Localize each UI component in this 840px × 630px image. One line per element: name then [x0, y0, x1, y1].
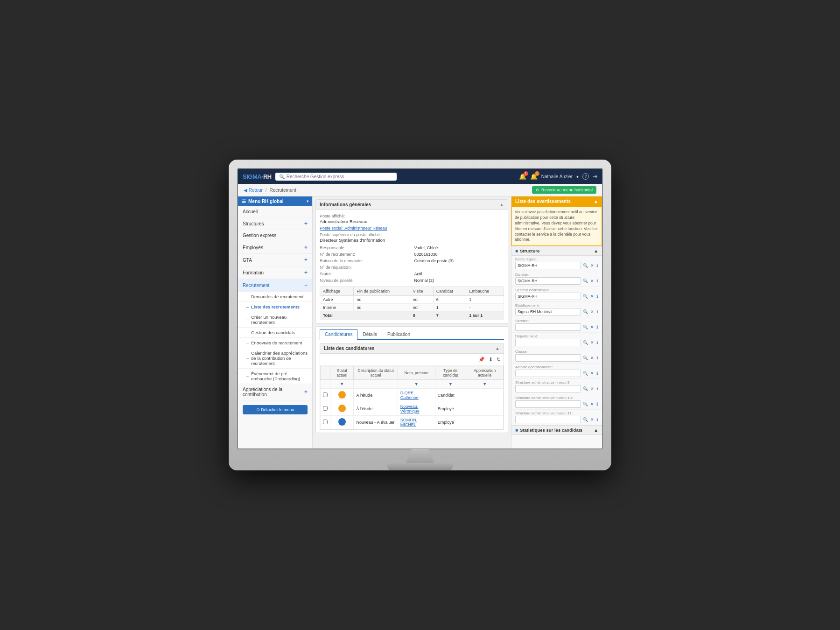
rp-clear-btn[interactable]: ✕ [590, 401, 595, 407]
sidebar-item-recrutement[interactable]: Recrutement − [238, 279, 312, 292]
sidebar-submenu-creer[interactable]: Créer un nouveau recrutement [238, 312, 312, 328]
user-name[interactable]: Nathalie Auzier [541, 174, 573, 179]
cand-name-link[interactable]: DIQRE, Catherine [400, 391, 419, 400]
rp-input-departement[interactable] [515, 339, 581, 346]
rp-info-btn[interactable]: ℹ [596, 324, 598, 330]
rp-info-btn[interactable]: ℹ [596, 401, 598, 407]
sidebar-item-appreciations[interactable]: Appréciations de la contribution + [238, 384, 312, 400]
tab-publication[interactable]: Publication [382, 329, 415, 339]
hamburger-icon: ☰ [242, 199, 246, 204]
rp-field-etablissement: Établissement: 🔍 ✕ ℹ [511, 302, 602, 317]
sidebar-item-structures[interactable]: Structures + [238, 217, 312, 230]
sidebar-submenu-liste[interactable]: Liste des recrutements [238, 302, 312, 312]
cand-checkbox[interactable] [323, 392, 328, 397]
btn-menu-horizontal[interactable]: ⊙ Revenir au menu horizontal [532, 186, 596, 194]
sidebar-item-formation[interactable]: Formation + [238, 266, 312, 279]
sidebar-menu-header[interactable]: ☰ Menu RH global ▾ [238, 196, 312, 206]
rp-clear-btn[interactable]: ✕ [590, 324, 595, 330]
rp-search-btn[interactable]: 🔍 [582, 417, 588, 422]
rp-input-struct11[interactable] [515, 416, 581, 423]
rp-input-secteur[interactable] [515, 293, 581, 300]
download-icon[interactable]: ⬇ [488, 356, 494, 364]
rp-clear-btn[interactable]: ✕ [590, 278, 595, 284]
rp-search-btn[interactable]: 🔍 [582, 355, 588, 361]
rp-search-btn[interactable]: 🔍 [582, 294, 588, 299]
rp-structure-collapse-icon[interactable]: ▲ [594, 248, 598, 253]
rp-field-label: Entité légale: [515, 257, 598, 261]
sidebar-submenu-gestion[interactable]: Gestion des candidats [238, 328, 312, 338]
rp-search-btn[interactable]: 🔍 [582, 324, 588, 330]
rp-input-service[interactable] [515, 323, 581, 331]
rp-clear-btn[interactable]: ✕ [590, 340, 595, 345]
filter-icon-type[interactable]: ▼ [438, 382, 464, 386]
sidebar-submenu-preboarding[interactable]: Évènement de pré-embauche (Preboarding) [238, 369, 312, 384]
rp-collapse-icon[interactable]: ▲ [594, 199, 598, 204]
rp-info-btn[interactable]: ℹ [596, 309, 598, 315]
notif-bell-2[interactable]: 🔔 1 [530, 173, 538, 180]
rp-input-entite[interactable] [515, 262, 581, 269]
sidebar-submenu-demandes[interactable]: Demandes de recrutement [238, 292, 312, 302]
cand-name-link[interactable]: Nouveau, Véronique [400, 404, 420, 413]
sidebar-submenu-calendrier[interactable]: Calendrier des appréciations de la contr… [238, 348, 312, 369]
rp-info-btn[interactable]: ℹ [596, 294, 598, 299]
rp-info-btn[interactable]: ℹ [596, 340, 598, 345]
detach-menu-button[interactable]: ⊙ Détacher le menu [243, 405, 308, 414]
rp-search-btn[interactable]: 🔍 [582, 278, 588, 284]
rp-input-activite[interactable] [515, 370, 581, 377]
tab-details[interactable]: Détails [357, 329, 382, 339]
sidebar-item-employes[interactable]: Employés + [238, 241, 312, 254]
rp-search-btn[interactable]: 🔍 [582, 340, 588, 345]
rp-info-btn[interactable]: ℹ [596, 371, 598, 376]
notification-bell[interactable]: 🔔 1 [519, 173, 526, 180]
sidebar-item-gta[interactable]: GTA + [238, 254, 312, 266]
rp-search-btn[interactable]: 🔍 [582, 401, 588, 407]
rp-stats-collapse-icon[interactable]: ▲ [594, 427, 598, 433]
rp-clear-btn[interactable]: ✕ [590, 309, 595, 315]
rp-info-btn[interactable]: ℹ [596, 278, 598, 284]
filter-icon-statut[interactable]: ▼ [333, 382, 351, 386]
rp-clear-btn[interactable]: ✕ [590, 294, 595, 299]
search-box[interactable]: 🔍 [275, 173, 397, 181]
poste-social-link[interactable]: Poste social: Administrateur Réseau [320, 226, 504, 231]
rp-clear-btn[interactable]: ✕ [590, 371, 595, 376]
rp-info-btn[interactable]: ℹ [596, 417, 598, 422]
rp-clear-btn[interactable]: ✕ [590, 355, 595, 361]
collapse-icon[interactable]: ▲ [499, 202, 504, 207]
sidebar-item-gestion-express[interactable]: Gestion express [238, 230, 312, 241]
table-row: Autre nd nd 6 1 [320, 296, 504, 304]
search-input[interactable] [287, 174, 393, 179]
pin-icon[interactable]: 📌 [477, 356, 486, 364]
rp-search-btn[interactable]: 🔍 [582, 386, 588, 392]
logout-icon[interactable]: ⇥ [593, 173, 597, 180]
rp-clear-btn[interactable]: ✕ [590, 386, 595, 392]
rp-clear-btn[interactable]: ✕ [590, 263, 595, 268]
back-button[interactable]: ◀ Retour [244, 188, 263, 193]
collapse-icon[interactable]: ▲ [495, 346, 500, 351]
filter-icon-appr[interactable]: ▼ [469, 382, 501, 386]
cand-name-link[interactable]: SOMON, MICHEL [400, 418, 418, 427]
help-icon[interactable]: ? [582, 173, 589, 180]
rp-search-btn[interactable]: 🔍 [582, 263, 588, 268]
rp-search-btn[interactable]: 🔍 [582, 309, 588, 315]
tab-candidatures[interactable]: Candidatures [320, 329, 357, 340]
rp-input-struct10[interactable] [515, 400, 581, 408]
rp-info-btn[interactable]: ℹ [596, 386, 598, 392]
refresh-icon[interactable]: ↻ [496, 356, 502, 364]
user-chevron[interactable]: ▾ [576, 174, 579, 179]
rp-clear-btn[interactable]: ✕ [590, 417, 595, 422]
cand-checkbox[interactable] [323, 406, 328, 411]
sidebar-submenu-entrevues[interactable]: Entrevues de recrutement [238, 338, 312, 348]
rp-input-classe[interactable] [515, 354, 581, 362]
sidebar-item-accueil[interactable]: Accueil [238, 206, 312, 217]
raison-label: Raison de la demande: [320, 259, 410, 263]
rp-input-etablissement[interactable] [515, 308, 581, 315]
rp-info-btn[interactable]: ℹ [596, 355, 598, 361]
rp-input-struct9[interactable] [515, 385, 581, 392]
rp-field-input: 🔍 ✕ ℹ [515, 323, 598, 331]
filter-icon-nom[interactable]: ▼ [400, 382, 433, 386]
cand-checkbox[interactable] [323, 420, 328, 424]
rp-info-btn[interactable]: ℹ [596, 263, 598, 268]
sidebar-menu-title: Menu RH global [248, 199, 284, 204]
rp-input-division[interactable] [515, 277, 581, 285]
rp-search-btn[interactable]: 🔍 [582, 371, 588, 376]
